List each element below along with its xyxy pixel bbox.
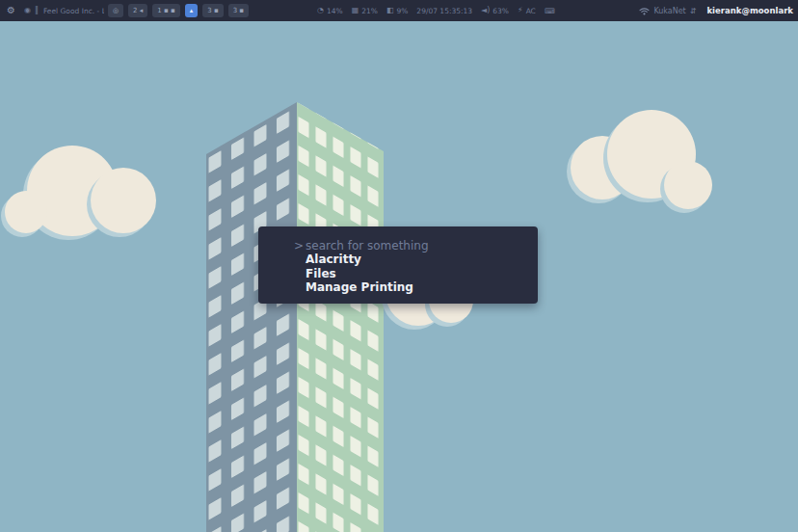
memory-icon: ▦ [352,7,359,14]
clock: 29/07 15:35:13 [416,7,472,15]
disk-value: 9% [396,7,408,15]
search-input[interactable]: > search for something [306,239,524,253]
search-placeholder: search for something [306,239,429,253]
cpu-icon: ◔ [317,7,324,14]
power-stat: ⚡ AC [518,7,536,15]
cpu-stat: ◔ 14% [317,7,343,15]
workspace-tag-3[interactable]: 1 ▪ ▪ [152,4,179,17]
disk-icon: ◧ [386,7,394,14]
memory-value: 21% [361,7,378,15]
workspace-tag-6[interactable]: 3 ▪ [228,4,249,17]
launcher-item-files[interactable]: Files [306,267,524,280]
launcher-item-manage-printing[interactable]: Manage Printing [306,280,524,294]
keyboard-icon[interactable]: ⌨ [545,7,555,15]
volume-stat[interactable]: ◄) 63% [481,7,509,15]
workspace-taglist: ◎ 2 ◂ 1 ▪ ▪ ▴ 3 ▪ 3 ▪ [108,4,249,17]
workspace-tag-2[interactable]: 2 ◂ [128,4,147,17]
prompt-icon: > [294,239,304,253]
network-updown-icon: ⇵ [690,7,697,15]
workspace-tag-5[interactable]: 3 ▪ [202,4,223,17]
music-widget: ◉ ‖ Feel Good Inc. - LIVE [24,7,104,15]
workspace-tag-1[interactable]: ◎ [108,4,123,17]
launcher-item-alacritty[interactable]: Alacritty [306,253,524,266]
volume-value: 63% [492,7,509,15]
music-track-title: Feel Good Inc. - LIVE [43,7,104,15]
power-value: AC [526,7,536,15]
system-stats: ◔ 14% ▦ 21% ◧ 9% 29/07 15:35:13 ◄) 63% ⚡… [317,0,555,21]
disk-stat: ◧ 9% [386,7,408,15]
gear-icon[interactable]: ⚙ [7,6,15,15]
workspace-tag-4[interactable]: ▴ [185,4,199,17]
user-host-label: kierank@moonlark [706,6,793,15]
topbar-right: KukaNet ⇵ kierank@moonlark [639,0,793,21]
wifi-icon[interactable] [639,7,650,15]
memory-stat: ▦ 21% [352,7,378,15]
cpu-value: 14% [327,7,343,15]
music-pause-icon[interactable]: ‖ [35,7,38,14]
top-status-bar: ⚙ ◉ ‖ Feel Good Inc. - LIVE ◎ 2 ◂ 1 ▪ ▪ … [0,0,798,21]
app-launcher: > search for something Alacritty Files M… [258,226,538,304]
power-icon: ⚡ [518,7,523,14]
music-stop-icon[interactable]: ◉ [24,7,31,14]
building [206,102,384,532]
wifi-ssid[interactable]: KukaNet [653,7,685,15]
speaker-icon: ◄) [481,7,490,14]
